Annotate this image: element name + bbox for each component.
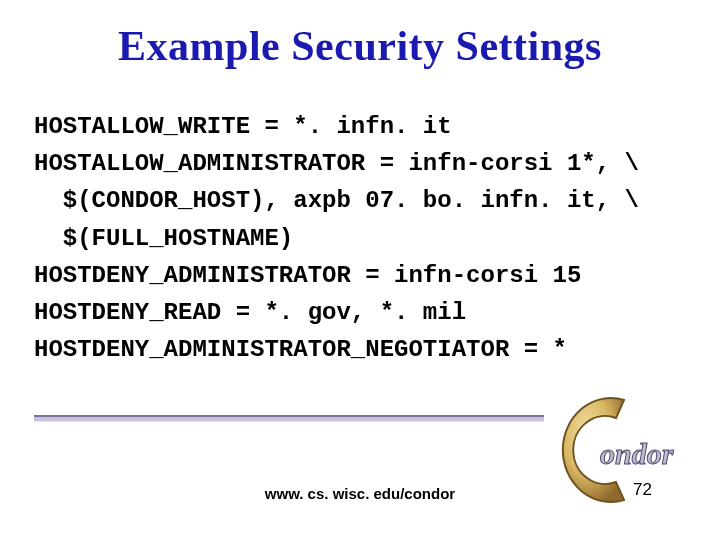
code-line: HOSTDENY_ADMINISTRATOR = infn-corsi 15 bbox=[34, 262, 581, 289]
page-number: 72 bbox=[633, 480, 652, 500]
logo-text: ondor bbox=[600, 437, 674, 470]
code-line: HOSTALLOW_ADMINISTRATOR = infn-corsi 1*,… bbox=[34, 150, 639, 177]
slide-title: Example Security Settings bbox=[0, 22, 720, 70]
code-line: HOSTALLOW_WRITE = *. infn. it bbox=[34, 113, 452, 140]
code-line: $(FULL_HOSTNAME) bbox=[34, 225, 293, 252]
code-block: HOSTALLOW_WRITE = *. infn. it HOSTALLOW_… bbox=[34, 108, 686, 368]
code-line: HOSTDENY_ADMINISTRATOR_NEGOTIATOR = * bbox=[34, 336, 567, 363]
code-line: HOSTDENY_READ = *. gov, *. mil bbox=[34, 299, 466, 326]
code-line: $(CONDOR_HOST), axpb 07. bo. infn. it, \ bbox=[34, 187, 639, 214]
footer-url: www. cs. wisc. edu/condor bbox=[0, 485, 720, 502]
slide: Example Security Settings HOSTALLOW_WRIT… bbox=[0, 0, 720, 540]
divider-line bbox=[34, 415, 544, 421]
